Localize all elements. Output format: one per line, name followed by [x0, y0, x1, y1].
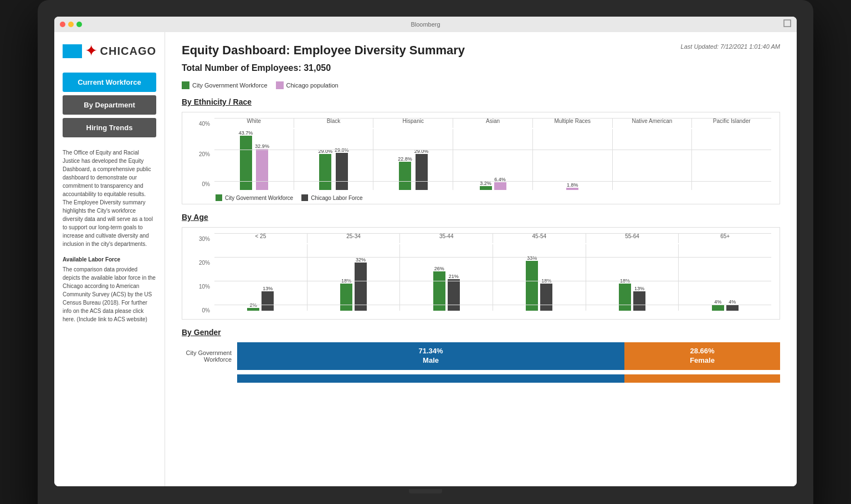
gender-female-bar: 28.66%Female: [624, 342, 780, 370]
title-bar: Bloomberg: [54, 17, 797, 32]
legend-gov-workforce: City Government Workforce: [182, 81, 268, 89]
close-button[interactable]: [60, 22, 65, 27]
svg-rect-0: [784, 20, 791, 27]
main-content: Equity Dashboard: Employee Diversity Sum…: [165, 32, 797, 486]
logo-star-icon: ✦: [85, 43, 98, 59]
eth-legend-gov: City Government Workforce: [216, 194, 293, 201]
gender-workforce-row: City GovernmentWorkforce 71.34%Male 28.6…: [182, 342, 780, 370]
eth-y-label-40: 40%: [191, 121, 210, 127]
gender-bar-track: 71.34%Male 28.66%Female: [237, 342, 780, 370]
sidebar-description: The Office of Equity and Racial Justice …: [63, 148, 156, 248]
nav-current-workforce[interactable]: Current Workforce: [63, 73, 156, 92]
gender-section-title: By Gender: [182, 328, 780, 337]
eth-multi-gov-bar: [566, 188, 578, 190]
eth-legend-gov-label: City Government Workforce: [225, 195, 293, 201]
ethnicity-chart: 40% 20% 0%: [182, 112, 780, 204]
age-65plus-labor-bar: [726, 305, 739, 311]
age-y-label-0: 0%: [191, 307, 210, 313]
age-y-label-30: 30%: [191, 236, 210, 242]
eth-y-label-20: 20%: [191, 151, 210, 157]
eth-asian-gov-bar: [480, 186, 492, 190]
gender-bar-secondary: [237, 374, 780, 383]
legend-green-icon: [182, 81, 189, 89]
window-expand-icon[interactable]: [783, 19, 791, 29]
gender-male-bar: 71.34%Male: [237, 342, 624, 370]
gender-row-label: City GovernmentWorkforce: [182, 349, 237, 363]
page-title: Equity Dashboard: Employee Diversity Sum…: [182, 43, 465, 58]
ethnicity-chart-legend: City Government Workforce Chicago Labor …: [216, 194, 771, 201]
age-section-title: By Age: [182, 213, 780, 222]
last-updated: Last Updated: 7/12/2021 1:01:40 AM: [681, 43, 780, 50]
legend-chicago-pop: Chicago population: [276, 81, 339, 89]
eth-legend-dark-icon: [301, 194, 308, 201]
age-y-label-20: 20%: [191, 260, 210, 266]
age-chart: 30% 20% 10% 0%: [182, 227, 780, 320]
main-legend: City Government Workforce Chicago popula…: [182, 81, 780, 89]
eth-asian-labor-bar: [494, 182, 506, 190]
age-y-label-10: 10%: [191, 284, 210, 290]
age-lt25-gov-bar: [247, 308, 259, 311]
gender-female-bar2: [624, 374, 780, 383]
gender-male-label: 71.34%Male: [419, 347, 443, 366]
sidebar-data-title: Available Labor Force: [63, 256, 156, 263]
nav-by-department[interactable]: By Department: [63, 95, 156, 115]
nav-hiring-trends[interactable]: Hiring Trends: [63, 118, 156, 137]
total-employees: Total Number of Employees: 31,050: [182, 63, 780, 73]
age-65plus-gov-bar: [712, 305, 724, 311]
eth-legend-labor-label: Chicago Labor Force: [311, 195, 362, 201]
window-controls: [60, 22, 82, 27]
legend-gov-label: City Government Workforce: [192, 82, 268, 89]
gender-chart: City GovernmentWorkforce 71.34%Male 28.6…: [182, 342, 780, 383]
legend-purple-icon: [276, 81, 284, 89]
minimize-button[interactable]: [68, 22, 74, 27]
window-title: Bloomberg: [411, 21, 440, 28]
sidebar: ✦ CHICAGO Current Workforce By Departmen…: [54, 32, 165, 486]
sidebar-data-text: The comparison data provided depicts the…: [63, 265, 156, 323]
eth-y-label-0: 0%: [191, 181, 210, 187]
page-header: Equity Dashboard: Employee Diversity Sum…: [182, 43, 780, 58]
logo-box: [63, 44, 82, 58]
legend-pop-label: Chicago population: [286, 82, 339, 89]
eth-multi-gov-val: 1.8%: [567, 182, 578, 188]
eth-legend-labor: Chicago Labor Force: [301, 194, 362, 201]
maximize-button[interactable]: [76, 22, 82, 27]
eth-legend-green-icon: [216, 194, 222, 201]
ethnicity-section-title: By Ethnicity / Race: [182, 97, 780, 106]
logo-text: CHICAGO: [100, 45, 156, 58]
logo: ✦ CHICAGO: [63, 43, 156, 59]
gender-male-bar2: [237, 374, 624, 383]
gender-female-label: 28.66%Female: [690, 347, 715, 366]
